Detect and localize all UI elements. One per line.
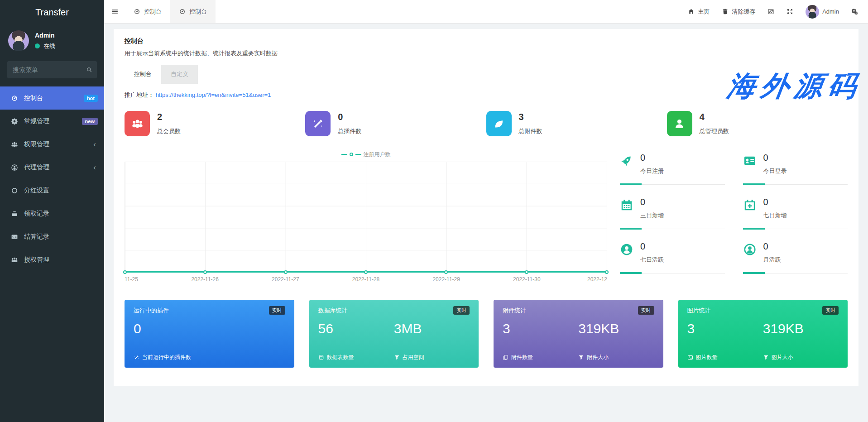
- chevron-left-icon: ‹: [93, 163, 98, 171]
- mini-stat-value: 0: [763, 197, 787, 207]
- stat-total-plugins: 0 总插件数: [305, 111, 486, 136]
- chart-legend[interactable]: 注册用户数: [125, 150, 607, 159]
- database-icon: [318, 355, 324, 360]
- sidebar-item-dashboard[interactable]: 控制台 hot: [0, 86, 104, 110]
- sidebar-item-claims[interactable]: 领取记录: [0, 202, 104, 225]
- promo-link[interactable]: https://thekking.top/?l=en&invite=51&use…: [156, 91, 271, 98]
- card-image-stats: 图片统计 实时 3 319KB 图片数量 图片大小: [678, 300, 848, 368]
- tab-dashboard[interactable]: 控制台: [125, 65, 161, 84]
- image-icon: [687, 355, 693, 360]
- dashboard-row: 注册用户数 11-252022-11-262022-11-272022-11-2…: [125, 150, 848, 286]
- content-area: 控制台 用于展示当前系统中的统计数据、统计报表及重要实时数据 控制台 自定义 推…: [104, 24, 868, 422]
- stat-icon-box: [305, 111, 331, 136]
- card-title: 图片统计: [687, 307, 711, 315]
- settings-button[interactable]: [851, 8, 858, 15]
- chart-marker: [123, 270, 127, 274]
- legend-marker-icon: [350, 153, 353, 156]
- avatar: [806, 5, 819, 19]
- calendar-icon: [620, 198, 633, 212]
- sidebar-item-label: 结算记录: [24, 233, 49, 241]
- stats-row: 2 总会员数 0 总插件数 3 总附件数: [125, 111, 848, 136]
- avatar: [8, 30, 29, 51]
- sidebar-item-dividend[interactable]: 分红设置: [0, 179, 104, 202]
- card-value: 56: [318, 321, 394, 336]
- mini-stat-today-login: 0 今日登录: [743, 153, 848, 185]
- summary-cards-row: 运行中的插件 实时 0 当前运行中的插件数 数据库统计 实时: [125, 300, 848, 368]
- topbar-tab-label: 控制台: [144, 8, 162, 16]
- stat-total-admins: 4 总管理员数: [667, 111, 848, 136]
- tab-custom[interactable]: 自定义: [161, 65, 198, 84]
- page-title: 控制台: [125, 37, 848, 45]
- search-icon[interactable]: [86, 66, 93, 73]
- search-input[interactable]: [7, 61, 97, 78]
- mini-stat-label: 七日活跃: [640, 256, 664, 264]
- card-value: 319KB: [763, 321, 839, 336]
- mini-stat-value: 0: [640, 153, 664, 163]
- leaf-icon: [493, 118, 505, 130]
- stat-icon-box: [667, 111, 692, 136]
- sidebar-item-settlement[interactable]: 结算记录: [0, 225, 104, 248]
- language-button[interactable]: [767, 8, 774, 15]
- registered-users-chart: 注册用户数 11-252022-11-262022-11-272022-11-2…: [125, 150, 607, 286]
- panel-tabs: 控制台 自定义: [125, 65, 848, 84]
- mini-stat-label: 今日注册: [640, 167, 664, 175]
- sidebar-item-general[interactable]: 常规管理 new: [0, 110, 104, 133]
- chart-x-label: 2022-11-30: [513, 276, 541, 283]
- hamburger-menu-button[interactable]: [104, 0, 125, 23]
- mini-stat-month-active: 0 月活跃: [743, 241, 848, 273]
- chart-plot: [125, 162, 607, 272]
- copy-icon: [503, 355, 508, 360]
- legend-label: 注册用户数: [364, 151, 391, 158]
- clear-cache-label: 清除缓存: [732, 8, 755, 16]
- topbar-tab-dashboard-2[interactable]: 控制台: [170, 0, 216, 23]
- card-metric-label: 当前运行中的插件数: [134, 354, 212, 361]
- legend-line-icon: [355, 154, 361, 155]
- card-value: 3: [503, 321, 578, 336]
- topbar-right: 主页 清除缓存 Admin: [688, 0, 868, 23]
- stat-label: 总插件数: [338, 127, 361, 135]
- filter-icon: [394, 355, 400, 360]
- card-value: 0: [134, 321, 212, 336]
- user-menu[interactable]: Admin: [806, 5, 839, 19]
- cogs-icon: [851, 8, 858, 15]
- cc-icon: [11, 233, 18, 240]
- trash-icon: [722, 8, 729, 15]
- online-dot-icon: [35, 43, 40, 48]
- realtime-badge: 实时: [638, 306, 654, 315]
- id-card-icon: [743, 154, 757, 168]
- mini-stat-3day-new: 0 三日新增: [620, 197, 725, 229]
- realtime-badge: 实时: [269, 306, 285, 315]
- card-metric-label: 附件数量: [503, 354, 578, 361]
- promo-line: 推广地址： https://thekking.top/?l=en&invite=…: [125, 91, 848, 99]
- card-metric-label: 占用空间: [394, 354, 470, 361]
- fullscreen-button[interactable]: [786, 8, 793, 15]
- sidebar-item-permissions[interactable]: 权限管理 ‹: [0, 133, 104, 156]
- card-metric-label: 图片大小: [763, 354, 839, 361]
- mini-stat-value: 0: [640, 241, 664, 252]
- sidebar-item-label: 代理管理: [24, 163, 49, 172]
- mini-stat-label: 七日新增: [763, 211, 787, 220]
- language-icon: [767, 8, 774, 15]
- chart-marker: [605, 270, 609, 274]
- chart-x-label: 2022-11-26: [191, 276, 219, 283]
- mini-stats-grid: 0 今日注册 0 今日登录 0 三日新增: [620, 150, 848, 286]
- sidebar-item-agents[interactable]: 代理管理 ‹: [0, 156, 104, 179]
- card-metric-label: 附件大小: [578, 354, 654, 361]
- card-value: 319KB: [578, 321, 654, 336]
- menu-search: [7, 61, 97, 78]
- magic-wand-icon: [134, 355, 139, 360]
- mini-stat-label: 今日登录: [763, 167, 787, 175]
- circle-icon: [11, 187, 18, 194]
- stat-total-attachments: 3 总附件数: [486, 111, 667, 136]
- sidebar-item-authorization[interactable]: 授权管理: [0, 248, 104, 271]
- home-button[interactable]: 主页: [688, 8, 710, 16]
- clear-cache-button[interactable]: 清除缓存: [722, 8, 755, 16]
- sidebar-item-label: 常规管理: [24, 117, 49, 125]
- stat-label: 总会员数: [157, 127, 181, 135]
- topbar-tab-dashboard-1[interactable]: 控制台: [125, 0, 170, 23]
- realtime-badge: 实时: [453, 306, 470, 315]
- stat-value: 3: [519, 112, 542, 122]
- filter-icon: [578, 355, 584, 360]
- hamburger-icon: [111, 8, 119, 15]
- rocket-icon: [620, 154, 633, 168]
